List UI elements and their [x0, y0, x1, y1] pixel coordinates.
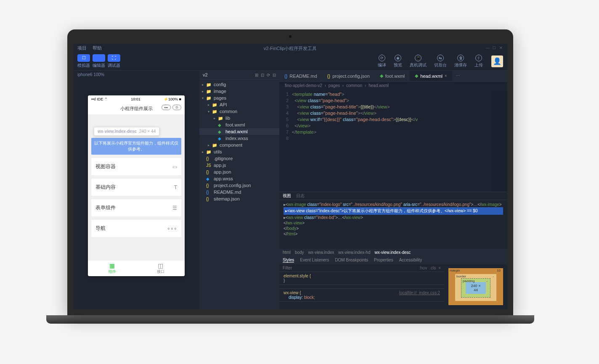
toolbar-action-5[interactable]: ⇧上传	[474, 55, 483, 68]
minimize-icon[interactable]: —	[485, 46, 490, 50]
minimap[interactable]	[490, 90, 507, 192]
tree-item[interactable]: ▸📁utils	[199, 148, 279, 155]
laptop-base	[46, 315, 534, 324]
tree-item[interactable]: ◆foot.wxml	[199, 121, 279, 128]
tree-item[interactable]: ▸📁image	[199, 88, 279, 95]
styles-tab[interactable]: DOM Breakpoints	[335, 258, 368, 263]
editor-tabs: {}README.md{}project.config.json◆foot.wx…	[279, 71, 507, 82]
tree-item[interactable]: ▸📁config	[199, 81, 279, 88]
tree-item[interactable]: {}README.md	[199, 189, 279, 195]
toolbar-toggle-1[interactable]: 编辑器	[93, 54, 105, 69]
styles-tab[interactable]: Event Listeners	[300, 258, 329, 263]
phone-statusbar: ••ıl IDE ⌃ 10:01 ⚡100% ■	[88, 95, 185, 103]
simulator-pane: iphone6 100% ••ıl IDE ⌃ 10:01 ⚡100% ■ 小程…	[73, 71, 199, 309]
list-item[interactable]: 基础内容T	[91, 179, 181, 196]
maximize-icon[interactable]: ☐	[492, 46, 496, 50]
devtools-tab-wxml[interactable]: 视图	[283, 193, 291, 199]
editor-tab[interactable]: {}project.config.json	[322, 71, 375, 81]
menu-help[interactable]: 帮助	[93, 45, 102, 51]
file-explorer: v2 ⊞ ⊡ ⟳ ⊟ ▸📁config▸📁image▾📁pages▸📁API▾📁…	[199, 71, 279, 309]
phone-navbar: 小程序组件展示 •••⊙	[88, 103, 185, 114]
capsule-more[interactable]: •••	[162, 105, 171, 110]
phone-tab[interactable]: ▦组件	[88, 261, 136, 276]
close-icon[interactable]: ×	[445, 74, 447, 78]
refresh-icon[interactable]: ⟳	[267, 73, 270, 77]
dom-tree[interactable]: ▸<wx-image class="index-logo" src="../re…	[279, 200, 507, 249]
devtools: 视图 日志 ▸<wx-image class="index-logo" src=…	[279, 192, 507, 309]
toolbar: ☐模拟器编辑器⛶调试器 ⟳编译◉预览📱真机调试⇆切后台🗑清缓存⇧上传 👤	[73, 52, 507, 71]
simulator-device-info: iphone6 100%	[73, 71, 199, 79]
tree-item[interactable]: {}project.config.json	[199, 182, 279, 189]
tree-item[interactable]: JSapp.js	[199, 162, 279, 169]
list-item[interactable]: 导航∘∘∘	[91, 220, 181, 237]
app-window: 项目 帮助 — ☐ ✕ ☐模拟器编辑器⛶调试器 ⟳编译◉预览📱真机调试⇆切后台🗑…	[73, 44, 507, 309]
devtools-tab-console[interactable]: 日志	[296, 193, 305, 199]
tree-item[interactable]: ◆index.wxss	[199, 135, 279, 142]
code-editor[interactable]: 12345678 <template name="head"> <view cl…	[279, 90, 507, 192]
collapse-icon[interactable]: ⊟	[273, 73, 276, 77]
inspect-highlight: 以下将展示小程序官方组件能力，组件样式仅供参考。	[91, 138, 181, 155]
tree-item[interactable]: ◆head.wxml	[199, 128, 279, 135]
camera-dot	[289, 35, 292, 38]
toolbar-toggle-0[interactable]: ☐模拟器	[77, 54, 90, 69]
tree-item[interactable]: ▾📁common	[199, 108, 279, 115]
box-model: margin10 border- padding- 240 × 44	[444, 264, 507, 310]
explorer-root: v2	[203, 72, 208, 77]
editor-tab[interactable]: ◆foot.wxml	[375, 71, 410, 81]
dom-crumb-item[interactable]: wx-view.index-hd	[338, 250, 370, 255]
breadcrumb: fino-applet-demo-v2 › pages › common › h…	[279, 82, 507, 90]
phone-frame: ••ıl IDE ⌃ 10:01 ⚡100% ■ 小程序组件展示 •••⊙ wx…	[88, 95, 185, 276]
toolbar-action-4[interactable]: 🗑清缓存	[454, 55, 467, 68]
laptop-frame: v2-FinClip小程序开发工具 项目 帮助 — ☐ ✕ ☐模拟器编辑器⛶调试…	[67, 29, 513, 324]
tree-item[interactable]: ▸📁component	[199, 142, 279, 148]
tree-item[interactable]: ◆app.wxss	[199, 175, 279, 182]
list-item[interactable]: 表单组件☰	[91, 199, 181, 216]
menubar: 项目 帮助 — ☐ ✕	[73, 44, 507, 52]
dom-crumb-item[interactable]: wx-view.index-desc	[374, 250, 411, 255]
toolbar-action-1[interactable]: ◉预览	[394, 55, 402, 68]
editor-tab[interactable]: ◆head.wxml×	[410, 71, 452, 81]
tree-item[interactable]: {}app.json	[199, 169, 279, 175]
styles-filter-input[interactable]	[283, 266, 416, 270]
filter-button[interactable]: +	[438, 266, 441, 270]
dom-crumb-item[interactable]: html	[283, 250, 291, 255]
filter-button[interactable]: :hov	[419, 266, 427, 270]
user-avatar[interactable]: 👤	[491, 55, 503, 67]
tree-item[interactable]: ▸📁API	[199, 101, 279, 108]
toolbar-toggle-2[interactable]: ⛶调试器	[108, 54, 120, 69]
menu-project[interactable]: 项目	[77, 45, 87, 51]
tree-item[interactable]: ▸📁lib	[199, 115, 279, 121]
new-folder-icon[interactable]: ⊡	[261, 73, 264, 77]
toolbar-action-2[interactable]: 📱真机调试	[410, 55, 427, 68]
css-rule[interactable]: </span><div class="sel">.index-desc {</d…	[279, 285, 444, 289]
close-icon[interactable]: ✕	[499, 46, 503, 50]
list-item[interactable]: 视图容器▭	[91, 158, 181, 175]
styles-tab[interactable]: Styles	[283, 258, 294, 263]
tree-item[interactable]: {}sitemap.json	[199, 195, 279, 202]
new-file-icon[interactable]: ⊞	[255, 73, 258, 77]
editor-tab[interactable]: {}README.md	[279, 71, 322, 81]
phone-tabbar: ▦组件◫接口	[88, 260, 185, 276]
dom-crumb-item[interactable]: body	[295, 250, 304, 255]
capsule-close[interactable]: ⊙	[172, 105, 181, 110]
dom-crumb-item[interactable]: wx-view.index	[308, 250, 334, 255]
tree-item[interactable]: ▾📁pages	[199, 95, 279, 101]
editor-pane: {}README.md{}project.config.json◆foot.wx…	[279, 71, 507, 309]
inspect-tooltip: wx-view.index-desc240 × 44	[94, 127, 159, 136]
window-controls: — ☐ ✕	[485, 46, 503, 50]
phone-tab[interactable]: ◫接口	[136, 261, 185, 276]
tab-more-icon[interactable]: ⋯	[452, 71, 464, 81]
css-rule[interactable]: element.style {}	[279, 272, 444, 285]
styles-tab[interactable]: Properties	[374, 258, 393, 263]
toolbar-action-3[interactable]: ⇆切后台	[434, 55, 447, 68]
tree-item[interactable]: {}.gitignore	[199, 155, 279, 162]
dom-breadcrumb: htmlbodywx-view.indexwx-view.index-hdwx-…	[279, 249, 507, 256]
css-rule[interactable]: localfile://_index.css:2wx-view {display…	[279, 289, 444, 302]
styles-tab[interactable]: Accessibility	[399, 258, 422, 263]
toolbar-action-0[interactable]: ⟳编译	[378, 55, 386, 68]
filter-button[interactable]: .cls	[429, 266, 436, 270]
